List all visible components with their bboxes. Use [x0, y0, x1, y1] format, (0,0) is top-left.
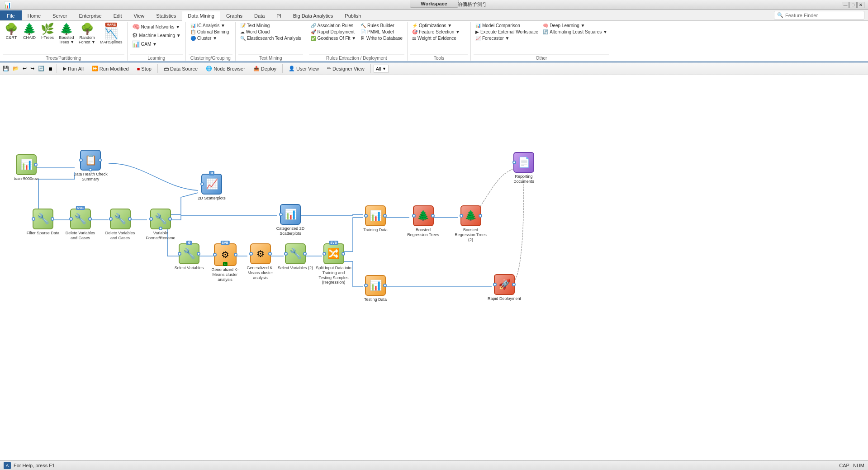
tab-pi[interactable]: PI — [270, 10, 287, 20]
binning-icon: 📋 — [190, 29, 196, 34]
tab-data[interactable]: Data — [248, 10, 270, 20]
toolbar-icon-4[interactable]: ↪ — [29, 65, 35, 72]
node-gkm1-label: Generalized K-Means cluster analysis — [207, 267, 243, 282]
node-browser-btn[interactable]: 🌐 Node Browser — [203, 64, 248, 73]
db-icon: 🗄 — [360, 36, 365, 41]
node-brt2[interactable]: 🌲 Boosted Regression Trees (2) — [451, 205, 490, 242]
association-rules-btn[interactable]: 🔗 Association Rules — [309, 23, 358, 28]
node-reporting-label: Reporting Documents — [506, 174, 542, 184]
chaid-btn[interactable]: 🌲 CHAID — [21, 23, 38, 41]
deploy-btn[interactable]: 📤 Deploy — [250, 64, 280, 73]
boosted-trees-btn[interactable]: 🌲 BoostedTrees ▼ — [57, 23, 76, 45]
delete1-icon: 🔧 — [74, 213, 86, 225]
tab-enterprise[interactable]: Enterprise — [73, 10, 107, 20]
node-gkm2[interactable]: ⚙ Generalized K-Means cluster analysis — [241, 243, 280, 280]
elasticsearch-btn[interactable]: 🔍 Elasticsearch Text Analysis — [238, 35, 303, 41]
execute-workspace-btn[interactable]: ▶ Execute External Workspace — [474, 29, 540, 35]
alternating-ls-btn[interactable]: 🔄 Alternating Least Squares ▼ — [541, 29, 609, 35]
maximize-btn[interactable]: □ — [849, 2, 857, 8]
tab-file[interactable]: File — [0, 10, 22, 20]
run-all-btn[interactable]: ▶ Run All — [60, 64, 87, 73]
write-db-btn[interactable]: 🗄 Write to Database — [359, 35, 404, 41]
wordcloud-icon: ☁ — [240, 29, 245, 34]
deep-learning-btn[interactable]: 🧠 Deep Learning ▼ — [541, 23, 609, 28]
run-modified-btn[interactable]: ⏩ Run Modified — [89, 64, 132, 73]
model-comparison-btn[interactable]: 📊 Model Comparison — [474, 23, 540, 28]
marsplines-btn[interactable]: MARS 📉 MARSplines — [98, 23, 124, 45]
gam-btn[interactable]: 📊 GAM ▼ — [130, 40, 183, 48]
node-split[interactable]: 🔀 SVB Split Input Data into Training and… — [314, 243, 353, 285]
goodness-fit-btn[interactable]: ✅ Goodness Of Fit ▼ — [309, 35, 358, 41]
weight-evidence-btn[interactable]: ⚖ Weight of Evidence — [410, 35, 462, 41]
node-selectvar1-label: Select Variables — [175, 266, 204, 271]
cart-btn[interactable]: 🌳 C&RT — [3, 23, 20, 41]
tab-edit[interactable]: Edit — [108, 10, 128, 20]
tab-datamining[interactable]: Data Mining — [182, 11, 220, 21]
tab-graphs[interactable]: Graphs — [220, 10, 248, 20]
cluster-btn[interactable]: 🔵 Cluster ▼ — [189, 35, 231, 41]
node-gkm1[interactable]: ⚙ SVB G Generalized K-Means cluster anal… — [206, 243, 244, 282]
random-forest-btn[interactable]: 🌳 RandomForest ▼ — [77, 23, 97, 45]
node-rapid[interactable]: 🚀 Rapid Deployment — [486, 274, 522, 301]
feature-finder-input[interactable] — [785, 13, 858, 18]
text-mining-btn[interactable]: 📝 Text Mining — [238, 23, 303, 28]
minimize-btn[interactable]: — — [842, 2, 849, 8]
feature-selection-btn[interactable]: 🎯 Feature Selection ▼ — [410, 29, 462, 35]
node-gkm2-label: Generalized K-Means cluster analysis — [242, 266, 279, 280]
node-testing[interactable]: 📊 Testing Data — [357, 275, 394, 302]
close-btn[interactable]: ✕ — [857, 2, 864, 8]
forecaster-btn[interactable]: 📈 Forecaster ▼ — [474, 35, 540, 41]
app-icon: 📊 — [4, 1, 11, 9]
rapid-deployment-btn[interactable]: 🚀 Rapid Deployment — [309, 29, 358, 35]
tab-server[interactable]: Server — [47, 10, 73, 20]
toolbar-icon-6[interactable]: ⏹ — [47, 65, 54, 72]
node-varformat[interactable]: 🔧 Variable Format/Rename — [142, 209, 179, 241]
selectvar1-icon: 🔧 — [183, 248, 195, 260]
pmml-model-btn[interactable]: 📄 PMML Model — [359, 29, 404, 35]
designer-view-btn[interactable]: ✏ Designer View — [324, 64, 368, 73]
itrees-btn[interactable]: 🌿 I-Trees — [39, 23, 56, 41]
node-delete1[interactable]: 🔧 SVB Delete Variables and Cases — [63, 209, 97, 241]
node-scatter2d[interactable]: 📈 ⚙ 2D Scatterplots — [194, 174, 230, 201]
toolbar-icon-3[interactable]: ↩ — [22, 65, 28, 72]
node-selectvar2-label: Select Variables (2) — [278, 266, 313, 271]
node-cat2d-label: Categorized 2D Scatterplots — [272, 226, 308, 236]
node-brt1[interactable]: 🌲 Boosted Regression Trees — [404, 205, 442, 237]
status-num: NUM — [853, 463, 864, 468]
varformat-icon: 🔧 — [155, 213, 167, 225]
group-trees: 🌳 C&RT 🌲 CHAID 🌿 I-Trees 🌲 BoostedTrees … — [0, 22, 128, 61]
group-tools-label: Tools — [410, 54, 468, 61]
toolbar-icon-5[interactable]: 🔄 — [37, 65, 45, 72]
neural-networks-btn[interactable]: 🧠 Neural Networks ▼ — [130, 23, 183, 31]
tab-publish[interactable]: Publish — [339, 10, 367, 20]
toolbar-icon-2[interactable]: 📂 — [12, 65, 20, 72]
node-training[interactable]: 📊 Training Data — [357, 205, 394, 233]
node-cat2d[interactable]: 📊 Categorized 2D Scatterplots — [270, 204, 311, 236]
assoc-icon: 🔗 — [311, 23, 316, 28]
word-cloud-btn[interactable]: ☁ Word Cloud — [238, 29, 303, 35]
node-reporting[interactable]: 📄 Reporting Documents — [506, 152, 542, 184]
toolbar-icon-1[interactable]: 💾 — [2, 65, 10, 72]
optimizations-btn[interactable]: ⚡ Optimizations ▼ — [410, 23, 462, 28]
tab-statistics[interactable]: Statistics — [150, 10, 182, 20]
tab-home[interactable]: Home — [22, 10, 47, 20]
filter-dropdown[interactable]: All ▼ — [374, 65, 389, 73]
tab-bigdata[interactable]: Big Data Analytics — [287, 10, 339, 20]
node-delete2[interactable]: 🔧 Delete Variables and Cases — [103, 209, 137, 241]
optimal-binning-btn[interactable]: 📋 Optimal Binning — [189, 29, 231, 35]
node-selectvar2[interactable]: 🔧 Select Variables (2) — [277, 243, 313, 271]
node-train[interactable]: 📊 train-5000row — [8, 154, 44, 181]
node-filter[interactable]: 🔧 Filter Sparse Data — [25, 209, 61, 236]
feature-finder-container: 🔍 — [774, 11, 864, 19]
rules-builder-btn[interactable]: 🔨 Rules Builder — [359, 23, 404, 28]
ic-analysis-btn[interactable]: 📊 IC Analysis ▼ — [189, 23, 231, 28]
node-health[interactable]: 📋 Data Health Check Summary — [70, 150, 111, 182]
data-source-btn[interactable]: 🗃 Data Source — [161, 65, 201, 73]
user-view-btn[interactable]: 👤 User View — [285, 64, 322, 73]
stop-btn[interactable]: ■ Stop — [134, 65, 155, 73]
weight-icon: ⚖ — [412, 36, 416, 41]
node-brt1-label: Boosted Regression Trees — [405, 228, 441, 237]
tab-view[interactable]: View — [128, 10, 151, 20]
node-selectvar1[interactable]: 🔧 ⚙ Select Variables — [171, 243, 207, 271]
machine-learning-btn[interactable]: ⚙ Machine Learning ▼ — [130, 31, 183, 39]
